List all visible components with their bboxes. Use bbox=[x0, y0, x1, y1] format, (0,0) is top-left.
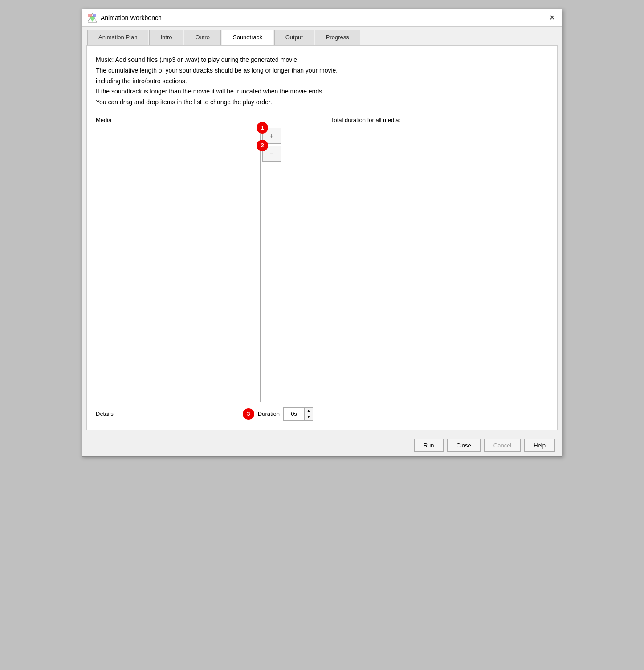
duration-input-wrap: ▲ ▼ bbox=[283, 407, 313, 421]
media-list-container: 1 + 2 − bbox=[96, 126, 313, 402]
media-buttons: 1 + 2 − bbox=[262, 128, 281, 162]
desc-line4: If the soundtrack is longer than the mov… bbox=[96, 86, 548, 97]
media-right-panel: Total duration for all media: bbox=[331, 117, 548, 421]
tab-animation-plan[interactable]: Animation Plan bbox=[87, 30, 148, 45]
tab-soundtrack[interactable]: Soundtrack bbox=[222, 30, 273, 45]
details-row: Details 3 Duration ▲ ▼ bbox=[96, 407, 313, 421]
details-section: Details 3 Duration ▲ ▼ bbox=[96, 407, 313, 421]
content-area: Music: Add sound files (.mp3 or .wav) to… bbox=[86, 45, 558, 430]
media-label: Media bbox=[96, 117, 313, 123]
close-window-button[interactable]: ✕ bbox=[547, 13, 557, 22]
bottom-bar: Run Close Cancel Help bbox=[82, 434, 562, 456]
title-bar-left: Animation Workbench bbox=[87, 13, 162, 23]
duration-spinner: ▲ ▼ bbox=[304, 408, 313, 420]
tab-intro[interactable]: Intro bbox=[149, 30, 183, 45]
duration-badge: 3 bbox=[243, 408, 254, 420]
remove-media-button[interactable]: 2 − bbox=[262, 146, 281, 162]
media-list[interactable] bbox=[96, 126, 261, 402]
plus-icon: + bbox=[270, 132, 273, 139]
window-title: Animation Workbench bbox=[101, 14, 162, 21]
add-badge: 1 bbox=[257, 122, 268, 134]
details-label: Details bbox=[96, 410, 114, 417]
duration-up-button[interactable]: ▲ bbox=[305, 408, 313, 414]
svg-rect-3 bbox=[88, 14, 92, 17]
duration-label: Duration bbox=[258, 410, 280, 417]
remove-badge: 2 bbox=[257, 140, 268, 151]
media-section: Media 1 + 2 − bbox=[96, 117, 548, 421]
cancel-button[interactable]: Cancel bbox=[484, 439, 521, 452]
run-button[interactable]: Run bbox=[414, 439, 444, 452]
desc-line1: Music: Add sound files (.mp3 or .wav) to… bbox=[96, 55, 548, 65]
description-block: Music: Add sound files (.mp3 or .wav) to… bbox=[96, 55, 548, 108]
tab-output[interactable]: Output bbox=[274, 30, 314, 45]
tab-bar: Animation Plan Intro Outro Soundtrack Ou… bbox=[82, 27, 562, 45]
duration-input[interactable] bbox=[284, 408, 304, 420]
main-window: Animation Workbench ✕ Animation Plan Int… bbox=[82, 9, 562, 457]
title-bar: Animation Workbench ✕ bbox=[82, 9, 562, 27]
svg-rect-4 bbox=[93, 14, 96, 17]
desc-line2: The cumulative length of your soundtrack… bbox=[96, 65, 548, 76]
duration-control: 3 Duration ▲ ▼ bbox=[243, 407, 313, 421]
media-left-panel: Media 1 + 2 − bbox=[96, 117, 313, 421]
duration-down-button[interactable]: ▼ bbox=[305, 414, 313, 420]
desc-line5: You can drag and drop items in the list … bbox=[96, 97, 548, 108]
app-icon bbox=[87, 13, 97, 23]
tab-progress[interactable]: Progress bbox=[315, 30, 360, 45]
close-button[interactable]: Close bbox=[447, 439, 481, 452]
total-duration-label: Total duration for all media: bbox=[331, 117, 548, 123]
desc-line3: including the intro/outro sections. bbox=[96, 76, 548, 87]
help-button[interactable]: Help bbox=[524, 439, 555, 452]
minus-icon: − bbox=[270, 150, 273, 157]
tab-outro[interactable]: Outro bbox=[184, 30, 221, 45]
